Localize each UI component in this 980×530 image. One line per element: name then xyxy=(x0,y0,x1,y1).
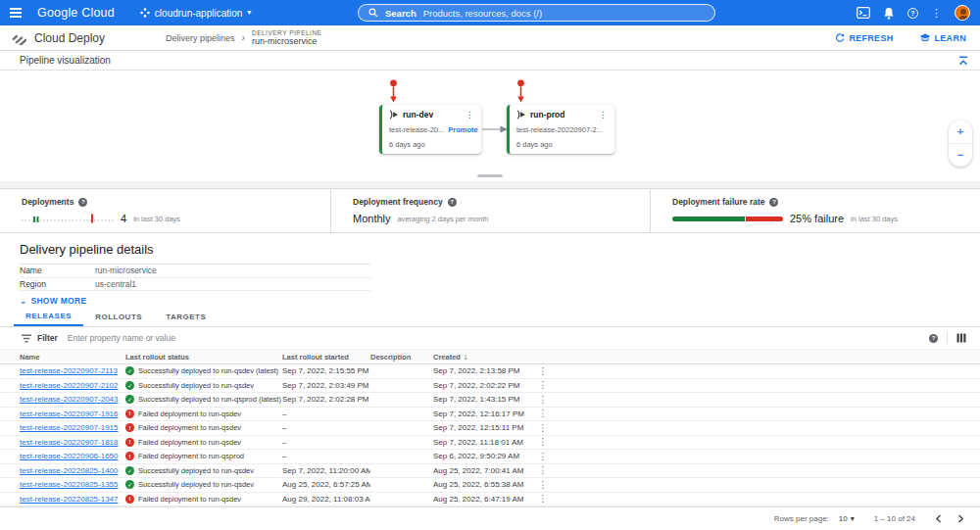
previous-page-icon[interactable] xyxy=(935,514,942,523)
release-link[interactable]: test-release-20220906-1650 xyxy=(20,452,119,460)
learn-button[interactable]: LEARN xyxy=(919,33,967,43)
refresh-button[interactable]: REFRESH xyxy=(835,33,893,43)
google-cloud-logo[interactable]: Google Cloud xyxy=(37,6,115,20)
target-menu-icon[interactable]: ⋮ xyxy=(599,111,608,120)
panel-resize-handle[interactable] xyxy=(477,174,503,177)
more-options-icon[interactable]: ⋮ xyxy=(931,8,942,19)
rollout-status-cell: ✓ Successfully deployed to run-qsdev (la… xyxy=(125,366,282,375)
release-link[interactable]: test-release-20220825-1400 xyxy=(20,466,119,475)
table-row: test-release-20220907-1916 ! Failed depl… xyxy=(0,408,980,422)
release-pin-icon xyxy=(515,79,526,104)
sort-descending-icon: ↓ xyxy=(464,352,467,361)
target-card-run-prod[interactable]: run-prod ⋮ test-release-20220907-2... 6 … xyxy=(507,105,614,154)
row-menu-icon[interactable]: ⋮ xyxy=(538,480,548,490)
help-icon[interactable]: ? xyxy=(78,198,87,207)
breadcrumb-kicker: DELIVERY PIPELINE xyxy=(252,29,322,36)
metrics-bar: Deployments ? 4 in last 30 days Deployme… xyxy=(0,188,980,233)
rollout-status-text: Failed deployment to run-qsprod xyxy=(138,452,244,460)
rollout-status-cell: ✓ Successfully deployed to run-qsdev xyxy=(125,381,282,390)
release-link[interactable]: test-release-20220907-1916 xyxy=(20,410,119,418)
app-name: Cloud Deploy xyxy=(34,31,105,45)
column-header-created[interactable]: Created ↓ xyxy=(433,352,531,361)
release-link[interactable]: test-release-20220825-1347 xyxy=(20,495,119,504)
filter-input[interactable] xyxy=(68,333,929,343)
column-header-description[interactable]: Description xyxy=(370,353,433,361)
column-header-started[interactable]: Last rollout started xyxy=(282,353,370,361)
zoom-controls: + − xyxy=(949,120,972,167)
details-row: Name run-microservice xyxy=(20,265,370,278)
tab-rollouts[interactable]: ROLLOUTS xyxy=(83,307,154,326)
row-menu-icon[interactable]: ⋮ xyxy=(538,494,548,504)
row-menu-icon[interactable]: ⋮ xyxy=(538,465,548,475)
pipeline-canvas: run-dev ⋮ test-release-20... Promote 6 d… xyxy=(0,71,980,181)
column-header-name[interactable]: Name xyxy=(20,353,125,361)
search-bar[interactable]: Search Products, resources, docs (/) xyxy=(358,4,715,22)
last-rollout-started-cell: Aug 25, 2022, 6:57:25 AM xyxy=(282,480,370,489)
zoom-in-button[interactable]: + xyxy=(949,120,972,144)
success-check-icon: ✓ xyxy=(125,480,134,489)
notifications-bell-icon[interactable] xyxy=(883,7,895,20)
release-pin-icon xyxy=(388,79,399,104)
breadcrumb-delivery-pipelines-link[interactable]: Delivery pipelines xyxy=(166,33,235,43)
rollout-status-cell: ! Failed deployment to run-qsdev xyxy=(125,495,282,504)
row-menu-icon[interactable]: ⋮ xyxy=(538,366,548,376)
chevron-down-icon: ▾ xyxy=(851,515,855,523)
cloud-shell-icon[interactable] xyxy=(857,7,870,19)
target-icon xyxy=(389,110,399,120)
filter-button[interactable]: Filter xyxy=(22,333,58,343)
row-menu-icon[interactable]: ⋮ xyxy=(538,452,548,461)
last-rollout-started-cell: Sep 7, 2022, 2:02:28 PM xyxy=(282,395,370,404)
created-cell: Sep 7, 2022, 12:15:11 PM xyxy=(433,423,531,432)
help-icon[interactable]: ? xyxy=(769,198,778,207)
last-rollout-started-cell: Aug 29, 2022, 11:08:03 AM xyxy=(282,495,370,504)
tab-releases[interactable]: RELEASES xyxy=(14,307,83,326)
filter-row: Filter ? xyxy=(0,327,980,350)
promote-button[interactable]: Promote xyxy=(448,125,477,134)
tab-bar: RELEASES ROLLOUTS TARGETS xyxy=(0,307,980,327)
column-display-options-icon[interactable] xyxy=(956,333,966,343)
target-menu-icon[interactable]: ⋮ xyxy=(466,111,474,120)
chevron-down-icon: ⌄ xyxy=(20,296,26,306)
release-link[interactable]: test-release-20220907-2113 xyxy=(20,366,118,375)
created-cell: Aug 25, 2022, 6:55:38 AM xyxy=(433,480,531,489)
zoom-out-button[interactable]: − xyxy=(949,144,972,168)
collapse-section-icon[interactable] xyxy=(958,56,968,66)
help-icon[interactable]: ? xyxy=(448,198,457,207)
row-menu-icon[interactable]: ⋮ xyxy=(538,409,548,418)
target-card-run-dev[interactable]: run-dev ⋮ test-release-20... Promote 6 d… xyxy=(379,105,481,154)
target-name: run-dev xyxy=(403,110,433,120)
release-link[interactable]: test-release-20220907-2102 xyxy=(20,381,119,390)
row-menu-icon[interactable]: ⋮ xyxy=(538,380,548,390)
app-bar: Cloud Deploy Delivery pipelines › DELIVE… xyxy=(0,25,980,51)
target-icon xyxy=(516,110,526,120)
details-value: us-central1 xyxy=(95,279,136,289)
project-selector[interactable]: cloudrun-application ▾ xyxy=(140,8,252,19)
rows-per-page-select[interactable]: 10 ▾ xyxy=(839,514,855,523)
release-link[interactable]: test-release-20220907-1915 xyxy=(20,423,119,432)
last-rollout-started-cell: Sep 7, 2022, 2:03:49 PM xyxy=(282,381,370,390)
rollout-status-text: Failed deployment to run-qsdev xyxy=(138,438,241,447)
breadcrumb-current: run-microservice xyxy=(252,36,322,46)
row-menu-icon[interactable]: ⋮ xyxy=(538,423,548,433)
details-table: Name run-microservice Region us-central1 xyxy=(20,264,370,291)
tab-targets[interactable]: TARGETS xyxy=(154,307,218,326)
release-link[interactable]: test-release-20220825-1355 xyxy=(20,480,119,489)
target-deployed-time: 6 days ago xyxy=(389,140,474,149)
row-menu-icon[interactable]: ⋮ xyxy=(538,437,548,447)
rollout-status-cell: ! Failed deployment to run-qsdev xyxy=(125,438,282,447)
row-menu-icon[interactable]: ⋮ xyxy=(538,395,548,405)
account-avatar[interactable] xyxy=(955,5,970,21)
pagination-range: 1 – 10 of 24 xyxy=(874,514,915,523)
next-page-icon[interactable] xyxy=(957,514,964,523)
created-cell: Sep 6, 2022, 9:50:29 AM xyxy=(433,452,531,460)
menu-hamburger-icon[interactable] xyxy=(8,4,29,22)
chevron-down-icon: ▾ xyxy=(247,9,251,17)
help-icon[interactable]: ? xyxy=(907,8,918,19)
release-link[interactable]: test-release-20220907-1818 xyxy=(20,438,119,447)
show-more-button[interactable]: ⌄ SHOW MORE xyxy=(20,296,980,306)
column-header-status[interactable]: Last rollout status xyxy=(125,353,282,361)
metric-deployments: Deployments ? 4 in last 30 days xyxy=(0,189,330,232)
metric-deployment-frequency: Deployment frequency ? Monthly averaging… xyxy=(330,189,650,232)
help-icon[interactable]: ? xyxy=(929,334,938,343)
release-link[interactable]: test-release-20220907-2043 xyxy=(20,395,119,404)
